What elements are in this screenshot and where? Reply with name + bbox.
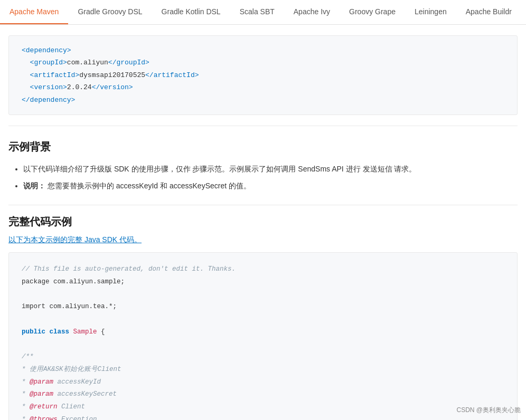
code-line-8: /** bbox=[22, 351, 504, 364]
tab-gradle-groovy[interactable]: Gradle Groovy DSL bbox=[68, 0, 152, 25]
code-line-2: package com.aliyun.sample; bbox=[22, 276, 504, 289]
code-line-13: * @throws Exception bbox=[22, 414, 504, 420]
code-line-4: import com.aliyun.tea.*; bbox=[22, 301, 504, 313]
code-section-link[interactable]: 以下为本文示例的完整 Java SDK 代码。 bbox=[8, 235, 518, 245]
code-line-9: * 使用AK&SK初始化账号Client bbox=[22, 364, 504, 376]
tab-gradle-kotlin[interactable]: Gradle Kotlin DSL bbox=[152, 0, 230, 25]
dependency-line1: <dependency> bbox=[22, 44, 504, 56]
code-line-5 bbox=[22, 313, 504, 326]
section-divider-2 bbox=[8, 205, 518, 205]
tab-scala-sbt[interactable]: Scala SBT bbox=[230, 0, 284, 25]
background-item-2-text: 您需要替换示例中的 accessKeyId 和 accessKeySecret … bbox=[48, 182, 251, 190]
tab-apache-maven[interactable]: Apache Maven bbox=[0, 0, 68, 25]
code-line-6: public class Sample { bbox=[22, 326, 504, 339]
dependency-code-block: <dependency> <groupId>com.aliyun</groupI… bbox=[8, 35, 518, 115]
section-background-title: 示例背景 bbox=[8, 140, 518, 154]
background-item-2-label: 说明： bbox=[23, 182, 45, 190]
code-line-1: // This file is auto-generated, don't ed… bbox=[22, 263, 504, 276]
code-section-title: 完整代码示例 bbox=[8, 215, 518, 229]
tab-leiningen[interactable]: Leiningen bbox=[405, 0, 456, 25]
code-block-main: // This file is auto-generated, don't ed… bbox=[8, 252, 518, 420]
background-item-1: 以下代码详细介绍了升级版 SDK 的使用步骤，仅作 步骤示范。示例展示了如何调用… bbox=[23, 161, 518, 176]
tab-groovy-grape[interactable]: Groovy Grape bbox=[340, 0, 405, 25]
tab-apache-ivy[interactable]: Apache Ivy bbox=[284, 0, 340, 25]
code-line-10: * @param accessKeyId bbox=[22, 376, 504, 389]
dependency-line3: <artifactId>dysmsapi20170525</artifactId… bbox=[22, 69, 504, 81]
background-item-2: 说明： 您需要替换示例中的 accessKeyId 和 accessKeySec… bbox=[23, 178, 518, 193]
tab-apache-buildr[interactable]: Apache Buildr bbox=[456, 0, 521, 25]
code-line-11: * @param accessKeySecret bbox=[22, 388, 504, 401]
section-divider-1 bbox=[8, 126, 518, 126]
tab-bar: Apache Maven Gradle Groovy DSL Gradle Ko… bbox=[0, 0, 526, 25]
dependency-line5: </dependency> bbox=[22, 94, 504, 106]
code-line-12: * @return Client bbox=[22, 401, 504, 414]
dependency-line4: <version>2.0.24</version> bbox=[22, 81, 504, 93]
dependency-line2: <groupId>com.aliyun</groupId> bbox=[22, 56, 504, 69]
code-line-7 bbox=[22, 338, 504, 351]
background-list: 以下代码详细介绍了升级版 SDK 的使用步骤，仅作 步骤示范。示例展示了如何调用… bbox=[8, 161, 518, 193]
background-item-1-text: 以下代码详细介绍了升级版 SDK 的使用步骤，仅作 步骤示范。示例展示了如何调用… bbox=[23, 165, 416, 173]
watermark: CSDN @奥利奥夹心脆 bbox=[456, 406, 521, 415]
section-code-example: 完整代码示例 以下为本文示例的完整 Java SDK 代码。 // This f… bbox=[0, 211, 526, 420]
code-line-3 bbox=[22, 288, 504, 301]
section-background: 示例背景 以下代码详细介绍了升级版 SDK 的使用步骤，仅作 步骤示范。示例展示… bbox=[0, 131, 526, 199]
